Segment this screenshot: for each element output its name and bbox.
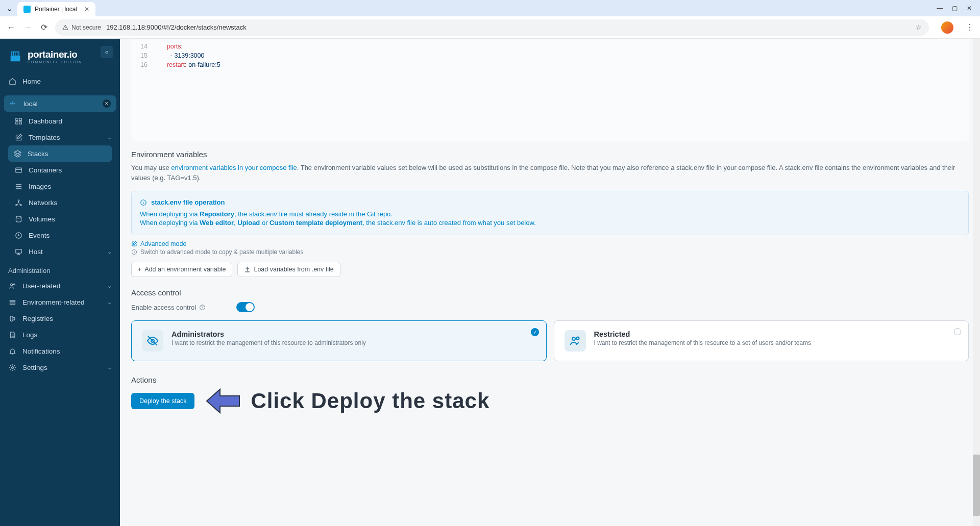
- sidebar-item-images[interactable]: Images: [0, 178, 120, 194]
- maximize-icon[interactable]: ▢: [952, 5, 958, 12]
- svg-point-19: [20, 204, 21, 206]
- back-button[interactable]: ←: [6, 22, 16, 33]
- actions-title: Actions: [131, 375, 969, 384]
- annotation-arrow-icon: [205, 388, 240, 414]
- svg-rect-8: [15, 118, 17, 120]
- url-box[interactable]: Not secure 192.168.1.18:9000/#!/2/docker…: [55, 19, 929, 36]
- help-circle-icon[interactable]: [199, 304, 206, 311]
- sidebar-item-volumes[interactable]: Volumes: [0, 211, 120, 227]
- unselected-radio-icon: [954, 328, 961, 335]
- sidebar-item-dashboard[interactable]: Dashboard: [0, 113, 120, 129]
- scrollbar-thumb[interactable]: [973, 455, 980, 516]
- home-icon: [8, 77, 16, 85]
- address-bar-row: ← → ⟳ Not secure 192.168.1.18:9000/#!/2/…: [0, 16, 980, 39]
- users-icon: [8, 282, 16, 290]
- annotation-text: Click Deploy the stack: [251, 389, 489, 413]
- volumes-icon: [14, 215, 22, 223]
- deploy-stack-button[interactable]: Deploy the stack: [131, 393, 194, 409]
- editor-lines[interactable]: ports: - 3139:3000 restart: on-failure:5: [153, 39, 220, 141]
- sidebar-item-registries[interactable]: Registries: [0, 310, 120, 327]
- tab-dropdown-icon[interactable]: ⌄: [4, 3, 14, 13]
- dashboard-icon: [14, 117, 22, 125]
- sidebar-item-notifications[interactable]: Notifications: [0, 343, 120, 359]
- sidebar-item-events[interactable]: Events: [0, 227, 120, 243]
- docker-icon: [9, 99, 17, 108]
- chevron-down-icon: ⌄: [107, 248, 112, 255]
- reload-button[interactable]: ⟳: [39, 22, 49, 33]
- minimize-icon[interactable]: —: [937, 5, 943, 12]
- svg-point-17: [18, 199, 19, 201]
- gear-icon: [8, 363, 16, 371]
- access-card-restricted[interactable]: Restricted I want to restrict the manage…: [554, 320, 969, 361]
- edit-icon: [131, 241, 137, 247]
- window-controls: — ▢ ✕: [937, 5, 976, 12]
- sidebar-item-templates[interactable]: Templates ⌄: [0, 129, 120, 145]
- svg-point-42: [576, 337, 579, 340]
- svg-rect-27: [10, 300, 15, 302]
- code-editor[interactable]: 141516 ports: - 3139:3000 restart: on-fa…: [131, 39, 969, 141]
- sidebar-item-networks[interactable]: Networks: [0, 194, 120, 211]
- svg-point-41: [572, 337, 575, 340]
- sidebar-item-home[interactable]: Home: [0, 73, 120, 89]
- favicon-icon: [23, 6, 31, 13]
- advanced-mode-link[interactable]: Advanced mode: [131, 240, 969, 247]
- url-text: 192.168.1.18:9000/#!/2/docker/stacks/new…: [106, 23, 247, 31]
- svg-point-31: [11, 366, 13, 368]
- upload-icon: [244, 266, 251, 273]
- browser-menu-icon[interactable]: ⋮: [966, 22, 974, 32]
- svg-rect-22: [15, 249, 21, 253]
- tab-title: Portainer | local: [35, 6, 77, 13]
- scrollbar[interactable]: [973, 39, 980, 526]
- access-control-toggle[interactable]: [236, 302, 255, 312]
- info-line-1: When deploying via Repository, the stack…: [140, 210, 960, 218]
- tab-close-icon[interactable]: ✕: [84, 6, 89, 13]
- svg-rect-7: [12, 101, 13, 103]
- events-icon: [14, 231, 22, 239]
- browser-tab-strip: ⌄ Portainer | local ✕ — ▢ ✕: [0, 0, 980, 16]
- selected-check-icon: ✓: [531, 328, 539, 336]
- svg-rect-5: [12, 103, 13, 105]
- advanced-mode-help: Switch to advanced mode to copy & paste …: [131, 248, 969, 256]
- sidebar-item-stacks[interactable]: Stacks: [8, 145, 112, 162]
- warning-icon: [62, 24, 68, 31]
- svg-rect-10: [15, 121, 17, 123]
- stacks-icon: [13, 149, 21, 158]
- sidebar-collapse-button[interactable]: «: [101, 46, 113, 58]
- bell-icon: [8, 347, 16, 355]
- editor-card: 141516 ports: - 3139:3000 restart: on-fa…: [131, 39, 969, 141]
- svg-point-26: [13, 284, 15, 285]
- containers-icon: [14, 166, 22, 174]
- add-env-var-button[interactable]: + Add an environment variable: [131, 262, 232, 277]
- sidebar-item-settings[interactable]: Settings ⌄: [0, 359, 120, 375]
- sidebar-item-user-related[interactable]: User-related ⌄: [0, 278, 120, 294]
- logs-icon: [8, 331, 16, 339]
- close-window-icon[interactable]: ✕: [967, 5, 972, 12]
- env-close-icon[interactable]: ✕: [103, 99, 111, 108]
- svg-rect-28: [10, 303, 15, 304]
- browser-tab[interactable]: Portainer | local ✕: [17, 2, 95, 16]
- forward-button[interactable]: →: [22, 22, 33, 33]
- access-control-title: Access control: [131, 288, 969, 297]
- sidebar-environment-local[interactable]: local ✕: [4, 95, 116, 112]
- sidebar-item-environment-related[interactable]: Environment-related ⌄: [0, 294, 120, 310]
- enable-access-control-label: Enable access control: [131, 304, 206, 311]
- svg-rect-6: [14, 103, 15, 105]
- not-secure-badge[interactable]: Not secure: [62, 24, 101, 31]
- bookmark-star-icon[interactable]: ☆: [916, 23, 922, 31]
- access-card-administrators[interactable]: Administrators I want to restrict the ma…: [131, 320, 547, 361]
- sidebar-item-logs[interactable]: Logs: [0, 327, 120, 343]
- access-card-title: Administrators: [172, 330, 536, 338]
- access-card-desc: I want to restrict the management of thi…: [172, 339, 536, 346]
- restricted-users-icon: [565, 330, 586, 352]
- env-help-link[interactable]: environment variables in your compose fi…: [171, 164, 297, 171]
- load-env-file-button[interactable]: Load variables from .env file: [237, 262, 340, 277]
- sidebar-item-host[interactable]: Host ⌄: [0, 243, 120, 260]
- svg-rect-9: [19, 118, 21, 120]
- info-box-title: stack.env file operation: [140, 198, 960, 206]
- svg-point-20: [16, 216, 21, 218]
- profile-avatar[interactable]: [941, 21, 953, 34]
- sidebar-item-containers[interactable]: Containers: [0, 162, 120, 178]
- host-icon: [14, 247, 22, 256]
- admin-eye-off-icon: [142, 330, 163, 352]
- chevron-down-icon: ⌄: [107, 283, 112, 289]
